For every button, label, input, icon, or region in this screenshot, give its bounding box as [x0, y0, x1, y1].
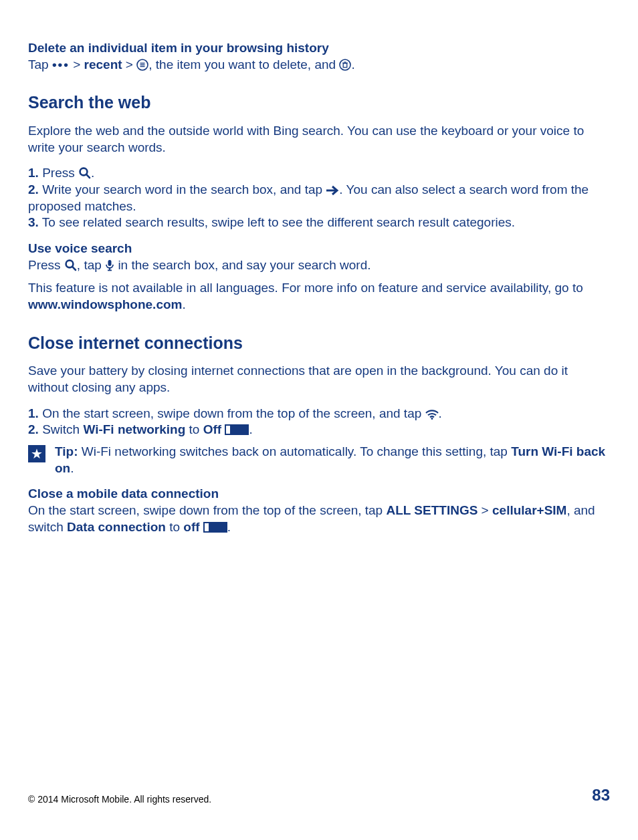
text: .: [182, 297, 185, 311]
recent-label: recent: [84, 57, 122, 72]
link-text: www.windowsphone.com: [28, 297, 182, 311]
list-circle-icon: [136, 59, 148, 71]
page-number: 83: [592, 785, 610, 805]
search-step-2: 2. Write your search word in the search …: [28, 182, 610, 215]
page-footer: © 2014 Microsoft Mobile. All rights rese…: [28, 785, 610, 805]
text: Write your search word in the search box…: [39, 182, 326, 196]
text: in the search box, and say your search w…: [114, 258, 370, 272]
voice-search-heading: Use voice search: [28, 241, 610, 257]
text: .: [351, 57, 354, 72]
delete-history-heading: Delete an individual item in your browsi…: [28, 40, 610, 57]
step-number: 1.: [28, 406, 39, 420]
close-connections-intro: Save your battery by closing internet co…: [28, 363, 610, 396]
text: Switch: [39, 422, 84, 436]
trash-circle-icon: [339, 59, 351, 71]
arrow-right-icon: [326, 185, 339, 196]
off-label: off: [183, 520, 199, 534]
text: >: [477, 503, 492, 517]
star-icon: ★: [28, 445, 45, 462]
text: .: [249, 422, 252, 436]
toggle-off-icon: [203, 522, 227, 533]
text: This feature is not available in all lan…: [28, 281, 583, 295]
close-step-1: 1. On the start screen, swipe down from …: [28, 406, 610, 422]
text: to: [166, 520, 183, 534]
more-icon: •••: [52, 57, 70, 74]
off-label: Off: [203, 422, 221, 436]
svg-line-12: [72, 267, 76, 270]
search-step-3: 3. To see related search results, swipe …: [28, 215, 610, 231]
search-step-1: 1. Press .: [28, 165, 610, 182]
text: Wi-Fi networking switches back on automa…: [82, 444, 511, 458]
text: Press: [39, 166, 78, 180]
step-number: 2.: [28, 182, 39, 196]
search-icon: [64, 259, 77, 271]
all-settings-label: ALL SETTINGS: [386, 503, 477, 517]
svg-rect-5: [344, 63, 348, 67]
text: On the start screen, swipe down from the…: [28, 503, 386, 517]
text: >: [126, 57, 136, 72]
text: .: [227, 520, 231, 534]
text: Press: [28, 258, 64, 272]
svg-point-4: [340, 59, 350, 70]
microphone-icon: [105, 259, 114, 271]
toggle-off-icon: [225, 424, 249, 435]
svg-point-16: [431, 418, 433, 420]
copyright-text: © 2014 Microsoft Mobile. All rights rese…: [28, 793, 211, 805]
cellular-sim-label: cellular+SIM: [492, 503, 566, 517]
wifi-icon: [425, 409, 439, 420]
text: to: [185, 422, 203, 436]
close-connections-heading: Close internet connections: [28, 332, 610, 354]
tip-body: Tip: Wi-Fi networking switches back on a…: [55, 444, 610, 476]
step-number: 1.: [28, 166, 39, 180]
text: To see related search results, swipe lef…: [39, 215, 515, 229]
data-connection-label: Data connection: [67, 520, 166, 534]
svg-line-9: [86, 174, 90, 178]
search-icon: [78, 166, 91, 179]
delete-history-line: Tap ••• > recent > , the item you want t…: [28, 57, 610, 74]
text: .: [70, 461, 74, 475]
text: .: [91, 166, 94, 180]
text: >: [73, 57, 84, 72]
wifi-networking-label: Wi-Fi networking: [83, 422, 185, 436]
voice-note: This feature is not available in all lan…: [28, 280, 610, 313]
close-step-2: 2. Switch Wi-Fi networking to Off .: [28, 422, 610, 438]
step-number: 2.: [28, 422, 39, 436]
text: Tap: [28, 57, 52, 72]
voice-search-line: Press , tap in the search box, and say y…: [28, 257, 610, 274]
close-mobile-line: On the start screen, swipe down from the…: [28, 503, 610, 535]
svg-rect-13: [108, 260, 112, 266]
text: On the start screen, swipe down from the…: [39, 406, 425, 420]
tip-row: ★ Tip: Wi-Fi networking switches back on…: [28, 444, 610, 476]
text: .: [439, 406, 442, 420]
search-web-intro: Explore the web and the outside world wi…: [28, 123, 610, 156]
text: , tap: [77, 258, 105, 272]
text: , the item you want to delete, and: [148, 57, 339, 72]
close-mobile-heading: Close a mobile data connection: [28, 486, 610, 503]
tip-label: Tip:: [55, 444, 82, 458]
step-number: 3.: [28, 215, 39, 229]
search-web-heading: Search the web: [28, 92, 610, 114]
